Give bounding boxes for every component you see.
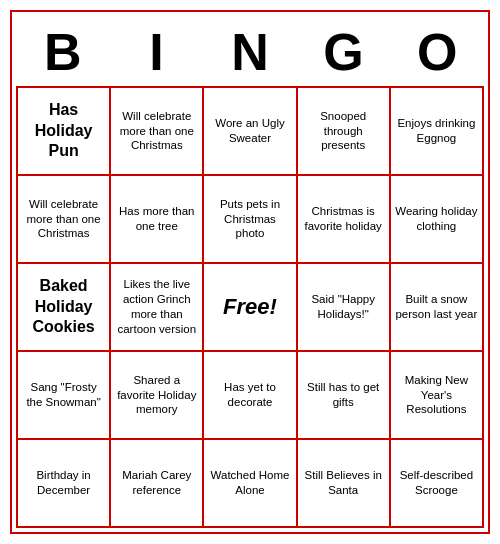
bingo-cell-text-8: Christmas is favorite holiday [302, 204, 385, 234]
bingo-cell-15[interactable]: Sang "Frosty the Snowman" [18, 352, 111, 440]
bingo-cell-text-23: Still Believes in Santa [302, 468, 385, 498]
bingo-cell-text-16: Shared a favorite Holiday memory [115, 373, 198, 418]
bingo-cell-text-20: Birthday in December [22, 468, 105, 498]
bingo-cell-text-9: Wearing holiday clothing [395, 204, 478, 234]
bingo-cell-8[interactable]: Christmas is favorite holiday [298, 176, 391, 264]
bingo-cell-text-3: Snooped through presents [302, 109, 385, 154]
bingo-cell-19[interactable]: Making New Year's Resolutions [391, 352, 484, 440]
bingo-cell-text-22: Watched Home Alone [208, 468, 291, 498]
bingo-cell-text-21: Mariah Carey reference [115, 468, 198, 498]
bingo-cell-22[interactable]: Watched Home Alone [204, 440, 297, 528]
bingo-cell-24[interactable]: Self-described Scrooge [391, 440, 484, 528]
bingo-cell-11[interactable]: Likes the live action Grinch more than c… [111, 264, 204, 352]
bingo-cell-text-17: Has yet to decorate [208, 380, 291, 410]
bingo-cell-text-14: Built a snow person last year [395, 292, 478, 322]
bingo-cell-12[interactable]: Free! [204, 264, 297, 352]
bingo-cell-18[interactable]: Still has to get gifts [298, 352, 391, 440]
bingo-cell-7[interactable]: Puts pets in Christmas photo [204, 176, 297, 264]
bingo-cell-text-1: Will celebrate more than one Christmas [115, 109, 198, 154]
bingo-grid: Has Holiday PunWill celebrate more than … [16, 86, 484, 528]
bingo-cell-text-18: Still has to get gifts [302, 380, 385, 410]
bingo-cell-text-2: Wore an Ugly Sweater [208, 116, 291, 146]
bingo-cell-14[interactable]: Built a snow person last year [391, 264, 484, 352]
bingo-cell-text-11: Likes the live action Grinch more than c… [115, 277, 198, 337]
bingo-cell-text-0: Has Holiday Pun [22, 100, 105, 162]
bingo-cell-16[interactable]: Shared a favorite Holiday memory [111, 352, 204, 440]
bingo-cell-6[interactable]: Has more than one tree [111, 176, 204, 264]
bingo-cell-text-13: Said "Happy Holidays!" [302, 292, 385, 322]
bingo-cell-0[interactable]: Has Holiday Pun [18, 88, 111, 176]
bingo-cell-17[interactable]: Has yet to decorate [204, 352, 297, 440]
bingo-header: BINGO [16, 16, 484, 86]
bingo-cell-2[interactable]: Wore an Ugly Sweater [204, 88, 297, 176]
bingo-letter-n: N [206, 22, 294, 82]
bingo-cell-text-7: Puts pets in Christmas photo [208, 197, 291, 242]
bingo-cell-23[interactable]: Still Believes in Santa [298, 440, 391, 528]
bingo-letter-i: I [112, 22, 200, 82]
bingo-cell-text-10: Baked Holiday Cookies [22, 276, 105, 338]
bingo-cell-20[interactable]: Birthday in December [18, 440, 111, 528]
bingo-cell-3[interactable]: Snooped through presents [298, 88, 391, 176]
bingo-cell-text-24: Self-described Scrooge [395, 468, 478, 498]
bingo-letter-b: B [19, 22, 107, 82]
bingo-letter-o: O [393, 22, 481, 82]
bingo-letter-g: G [300, 22, 388, 82]
bingo-cell-1[interactable]: Will celebrate more than one Christmas [111, 88, 204, 176]
bingo-cell-4[interactable]: Enjoys drinking Eggnog [391, 88, 484, 176]
bingo-cell-13[interactable]: Said "Happy Holidays!" [298, 264, 391, 352]
bingo-cell-text-12: Free! [223, 293, 277, 322]
bingo-cell-text-4: Enjoys drinking Eggnog [395, 116, 478, 146]
bingo-cell-21[interactable]: Mariah Carey reference [111, 440, 204, 528]
bingo-cell-9[interactable]: Wearing holiday clothing [391, 176, 484, 264]
bingo-cell-10[interactable]: Baked Holiday Cookies [18, 264, 111, 352]
bingo-cell-text-5: Will celebrate more than one Christmas [22, 197, 105, 242]
bingo-cell-5[interactable]: Will celebrate more than one Christmas [18, 176, 111, 264]
bingo-card: BINGO Has Holiday PunWill celebrate more… [10, 10, 490, 534]
bingo-cell-text-15: Sang "Frosty the Snowman" [22, 380, 105, 410]
bingo-cell-text-6: Has more than one tree [115, 204, 198, 234]
bingo-cell-text-19: Making New Year's Resolutions [395, 373, 478, 418]
